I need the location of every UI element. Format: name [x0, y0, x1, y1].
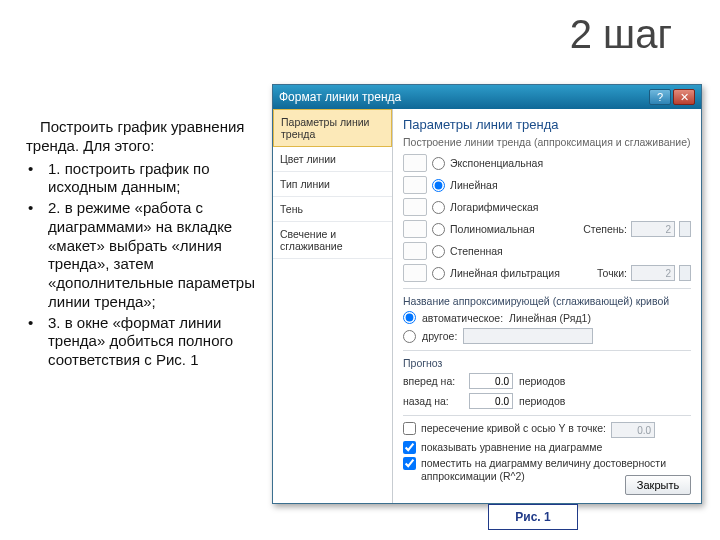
label-backward: назад на:: [403, 395, 463, 407]
trend-thumb-power: [403, 242, 427, 260]
panel-heading: Параметры линии тренда: [403, 117, 691, 132]
checkbox-show-equation[interactable]: [403, 441, 416, 454]
trend-thumb-linear: [403, 176, 427, 194]
radio-power[interactable]: [432, 245, 445, 258]
sidebar-item-trendline-options[interactable]: Параметры линии тренда: [273, 109, 392, 147]
radio-movingavg[interactable]: [432, 267, 445, 280]
trend-thumb-polynomial: [403, 220, 427, 238]
radio-logarithmic[interactable]: [432, 201, 445, 214]
window-close-button[interactable]: ✕: [673, 89, 695, 105]
section-name: Название аппроксимирующей (сглаживающей)…: [403, 295, 691, 307]
trend-thumb-exponential: [403, 154, 427, 172]
label-exponential: Экспоненциальная: [450, 157, 543, 169]
radio-exponential[interactable]: [432, 157, 445, 170]
panel-subheading: Построение линии тренда (аппроксимация и…: [403, 136, 691, 148]
dialog-titlebar[interactable]: Формат линии тренда ? ✕: [273, 85, 701, 109]
input-intercept[interactable]: [611, 422, 655, 438]
dialog-title: Формат линии тренда: [279, 90, 401, 104]
help-button[interactable]: ?: [649, 89, 671, 105]
sidebar-item-glow[interactable]: Свечение и сглаживание: [273, 222, 392, 259]
dialog-sidebar: Параметры линии тренда Цвет линии Тип ли…: [273, 109, 393, 503]
instructions-item: 3. в окне «формат линии тренда» добиться…: [26, 314, 272, 370]
label-intercept: пересечение кривой с осью Y в точке:: [421, 422, 606, 435]
value-name-auto: Линейная (Ряд1): [509, 312, 591, 324]
label-forward-units: периодов: [519, 375, 565, 387]
checkbox-show-r2[interactable]: [403, 457, 416, 470]
label-name-auto: автоматическое:: [422, 312, 503, 324]
checkbox-intercept[interactable]: [403, 422, 416, 435]
instructions-item: 2. в режиме «работа с диаграммами» на вк…: [26, 199, 272, 312]
input-forward[interactable]: [469, 373, 513, 389]
input-points[interactable]: [631, 265, 675, 281]
close-button[interactable]: Закрыть: [625, 475, 691, 495]
label-points: Точки:: [597, 267, 627, 279]
label-name-other: другое:: [422, 330, 457, 342]
trendline-format-dialog: Формат линии тренда ? ✕ Параметры линии …: [272, 84, 702, 504]
label-forward: вперед на:: [403, 375, 463, 387]
figure-caption: Рис. 1: [488, 504, 578, 530]
radio-polynomial[interactable]: [432, 223, 445, 236]
label-show-equation: показывать уравнение на диаграмме: [421, 441, 602, 454]
label-logarithmic: Логарифмическая: [450, 201, 539, 213]
label-movingavg: Линейная фильтрация: [450, 267, 560, 279]
dialog-main: Параметры линии тренда Построение линии …: [393, 109, 701, 503]
label-backward-units: периодов: [519, 395, 565, 407]
label-power: Степенная: [450, 245, 503, 257]
slide-title: 2 шаг: [570, 12, 672, 57]
sidebar-item-line-style[interactable]: Тип линии: [273, 172, 392, 197]
label-linear: Линейная: [450, 179, 498, 191]
label-degree: Степень:: [583, 223, 627, 235]
instructions-lead: Построить график уравнения тренда. Для э…: [26, 118, 272, 156]
radio-name-auto[interactable]: [403, 311, 416, 324]
trend-thumb-logarithmic: [403, 198, 427, 216]
trend-thumb-movingavg: [403, 264, 427, 282]
label-polynomial: Полиномиальная: [450, 223, 535, 235]
sidebar-item-line-color[interactable]: Цвет линии: [273, 147, 392, 172]
instructions-item: 1. построить график по исходным данным;: [26, 160, 272, 198]
section-forecast: Прогноз: [403, 357, 691, 369]
radio-linear[interactable]: [432, 179, 445, 192]
radio-name-other[interactable]: [403, 330, 416, 343]
input-degree[interactable]: [631, 221, 675, 237]
spinner-degree[interactable]: [679, 221, 691, 237]
instructions-block: Построить график уравнения тренда. Для э…: [26, 118, 272, 372]
sidebar-item-shadow[interactable]: Тень: [273, 197, 392, 222]
input-backward[interactable]: [469, 393, 513, 409]
input-name-other[interactable]: [463, 328, 593, 344]
spinner-points[interactable]: [679, 265, 691, 281]
